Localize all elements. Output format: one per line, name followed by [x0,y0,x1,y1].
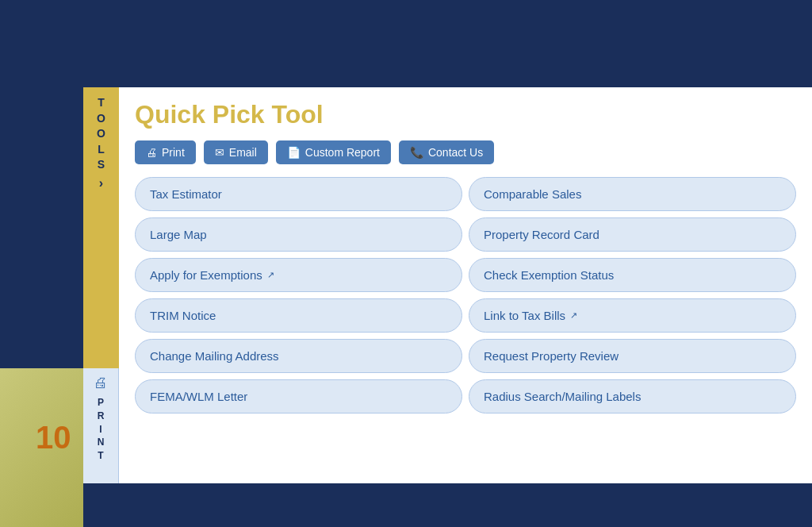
contact-us-button[interactable]: 📞 Contact Us [399,140,494,164]
print-icon: 🖨 [146,146,157,159]
radius-search-label: Radius Search/Mailing Labels [484,390,641,403]
property-record-card-button[interactable]: Property Record Card [469,217,796,252]
external-link-icon: ↗ [267,270,274,280]
main-panel: TOOLS › Quick Pick Tool 🖨 Print ✉ Email … [83,87,812,483]
apply-for-exemptions-button[interactable]: Apply for Exemptions ↗ [135,258,462,292]
print-button[interactable]: 🖨 Print [135,140,196,164]
toolbar: 🖨 Print ✉ Email 📄 Custom Report 📞 Contac… [135,140,796,164]
map-text-enu: ENU [745,459,788,483]
large-map-button[interactable]: Large Map [135,217,462,252]
print-sidebar-label: PRINT [98,396,105,463]
custom-report-label: Custom Report [305,146,380,159]
check-exemption-status-label: Check Exemption Status [484,268,614,282]
trim-notice-label: TRIM Notice [150,309,216,322]
print-label: Print [162,146,185,159]
trim-notice-button[interactable]: TRIM Notice [135,298,462,333]
property-record-card-label: Property Record Card [484,228,599,241]
radius-search-button[interactable]: Radius Search/Mailing Labels [469,379,796,414]
tax-estimator-button[interactable]: Tax Estimator [135,177,462,211]
contact-us-label: Contact Us [428,146,483,159]
custom-report-button[interactable]: 📄 Custom Report [276,140,391,164]
custom-report-icon: 📄 [287,146,301,159]
check-exemption-status-button[interactable]: Check Exemption Status [469,258,796,292]
tax-estimator-label: Tax Estimator [150,187,222,201]
print-sidebar-icon: 🖨 [94,375,108,391]
request-property-review-label: Request Property Review [484,349,619,363]
top-header [0,0,812,87]
link-to-tax-bills-button[interactable]: Link to Tax Bills ↗ [469,298,796,333]
tools-grid: Tax Estimator Comparable Sales Large Map… [135,177,796,414]
request-property-review-button[interactable]: Request Property Review [469,339,796,373]
email-button[interactable]: ✉ Email [204,140,268,164]
map-number-10: 10 [36,420,71,456]
contact-us-icon: 📞 [410,146,423,159]
comparable-sales-label: Comparable Sales [484,187,581,201]
change-mailing-address-label: Change Mailing Address [150,349,279,363]
comparable-sales-button[interactable]: Comparable Sales [469,177,796,211]
email-icon: ✉ [215,146,224,159]
change-mailing-address-button[interactable]: Change Mailing Address [135,339,462,373]
large-map-label: Large Map [150,228,207,241]
page-title: Quick Pick Tool [135,100,796,129]
fema-wlm-letter-button[interactable]: FEMA/WLM Letter [135,379,462,414]
fema-wlm-letter-label: FEMA/WLM Letter [150,390,247,403]
content-area: Quick Pick Tool 🖨 Print ✉ Email 📄 Custom… [119,87,812,483]
tools-label: TOOLS [97,95,105,173]
bottom-strip [83,483,812,527]
link-to-tax-bills-label: Link to Tax Bills [484,309,565,322]
email-label: Email [229,146,257,159]
map-number-101: 101 [584,463,614,483]
apply-for-exemptions-label: Apply for Exemptions [150,268,262,282]
tools-arrow: › [99,176,103,190]
external-link-icon-2: ↗ [570,310,577,321]
